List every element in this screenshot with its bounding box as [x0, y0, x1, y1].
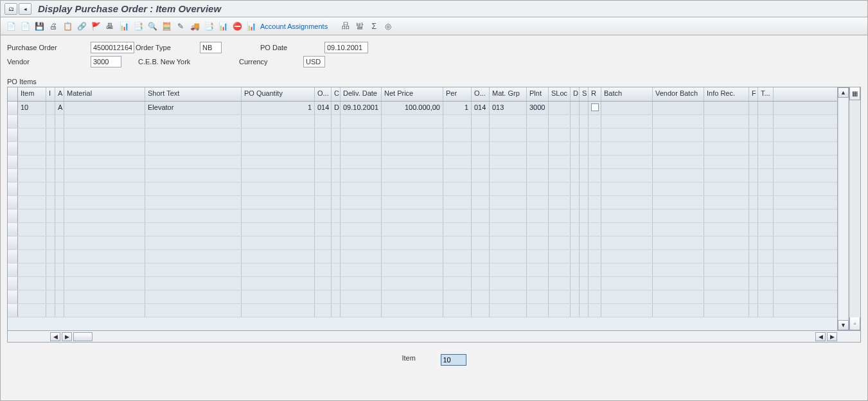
cell-sloc[interactable] [549, 196, 571, 209]
cell-per[interactable] [443, 277, 472, 290]
cell-r[interactable] [589, 223, 601, 236]
cell-deliv[interactable] [341, 290, 382, 303]
table-row[interactable] [8, 183, 837, 196]
cell-opu[interactable]: 014 [472, 102, 490, 114]
cell-r[interactable] [589, 156, 601, 168]
cell-short_text[interactable] [145, 236, 242, 249]
cell-short_text[interactable] [145, 142, 242, 155]
row-selector[interactable] [8, 102, 18, 114]
tb-extra-b-icon[interactable]: 발 [353, 20, 366, 33]
cell-sloc[interactable] [549, 129, 571, 141]
cell-mgrp[interactable]: 013 [490, 102, 527, 114]
cell-per[interactable] [443, 304, 472, 317]
cell-po_qty[interactable] [242, 115, 315, 128]
cell-batch[interactable] [601, 277, 653, 290]
cell-oun[interactable] [315, 209, 332, 222]
cell-item[interactable] [18, 142, 46, 155]
cell-a[interactable]: A [55, 102, 64, 114]
cell-d[interactable] [571, 142, 580, 155]
cell-info[interactable] [704, 236, 749, 249]
cell-net[interactable]: 100.000,00 [382, 102, 443, 114]
cell-mgrp[interactable] [490, 142, 527, 155]
cell-r[interactable] [589, 209, 601, 222]
row-selector[interactable] [8, 183, 18, 195]
cell-batch[interactable] [601, 209, 653, 222]
cell-oun[interactable] [315, 129, 332, 141]
col-material-group[interactable]: Mat. Grp [490, 87, 527, 101]
cell-d[interactable] [571, 290, 580, 303]
cell-material[interactable] [64, 223, 145, 236]
cell-a[interactable] [55, 304, 64, 317]
cell-deliv[interactable] [341, 156, 382, 168]
cell-plnt[interactable] [527, 115, 549, 128]
cell-per[interactable] [443, 236, 472, 249]
scroll-left-end-icon[interactable]: ◀ [815, 332, 826, 341]
cell-plnt[interactable] [527, 250, 549, 263]
cell-vbatch[interactable] [653, 250, 704, 263]
cell-f[interactable] [749, 236, 758, 249]
scroll-left-icon[interactable]: ◀ [50, 332, 60, 341]
cell-sloc[interactable] [549, 169, 571, 182]
cell-item[interactable] [18, 209, 46, 222]
row-selector[interactable] [8, 236, 18, 249]
scroll-thumb[interactable] [73, 332, 93, 341]
cell-short_text[interactable] [145, 115, 242, 128]
cell-r[interactable] [589, 142, 601, 155]
cell-mgrp[interactable] [490, 156, 527, 168]
tb-edit-icon[interactable]: ✎ [174, 20, 187, 33]
cell-c[interactable] [332, 142, 341, 155]
cell-f[interactable] [749, 156, 758, 168]
cell-deliv[interactable] [341, 223, 382, 236]
cell-c[interactable] [332, 156, 341, 168]
cell-t[interactable] [758, 250, 774, 263]
cell-po_qty[interactable] [242, 304, 315, 317]
cell-opu[interactable] [472, 223, 490, 236]
cell-t[interactable] [758, 129, 774, 141]
cell-i[interactable] [46, 304, 55, 317]
cell-oun[interactable] [315, 115, 332, 128]
cell-r[interactable] [589, 236, 601, 249]
cell-a[interactable] [55, 169, 64, 182]
cell-per[interactable] [443, 129, 472, 141]
cell-deliv[interactable] [341, 263, 382, 276]
tb-search-icon[interactable]: 🔍 [146, 20, 159, 33]
col-vendor-batch[interactable]: Vendor Batch [653, 87, 704, 101]
cell-material[interactable] [64, 169, 145, 182]
cell-c[interactable] [332, 169, 341, 182]
cell-opu[interactable] [472, 304, 490, 317]
cell-vbatch[interactable] [653, 304, 704, 317]
scroll-up-icon[interactable]: ▲ [838, 87, 849, 98]
cell-net[interactable] [382, 290, 443, 303]
order-type-field[interactable] [200, 42, 222, 53]
cell-net[interactable] [382, 250, 443, 263]
tb-extra-c-icon[interactable]: ◎ [382, 20, 394, 33]
tb-save-icon[interactable]: 💾 [33, 20, 46, 33]
cell-vbatch[interactable] [653, 183, 704, 195]
grid-vertical-scrollbar[interactable]: ▲ ▼ [837, 87, 849, 330]
col-item[interactable]: Item [18, 87, 46, 101]
cell-plnt[interactable] [527, 156, 549, 168]
cell-s[interactable] [580, 156, 589, 168]
cell-deliv[interactable]: 09.10.2001 [341, 102, 382, 114]
cell-s[interactable] [580, 236, 589, 249]
cell-item[interactable] [18, 250, 46, 263]
cell-po_qty[interactable] [242, 196, 315, 209]
cell-vbatch[interactable] [653, 156, 704, 168]
row-selector[interactable] [8, 142, 18, 155]
cell-opu[interactable] [472, 169, 490, 182]
cell-s[interactable] [580, 169, 589, 182]
cell-material[interactable] [64, 250, 145, 263]
cell-oun[interactable] [315, 263, 332, 276]
cell-i[interactable] [46, 236, 55, 249]
cell-t[interactable] [758, 102, 774, 114]
cell-deliv[interactable] [341, 183, 382, 195]
cell-sloc[interactable] [549, 183, 571, 195]
scroll-right-end-icon[interactable]: ▶ [827, 332, 837, 341]
cell-f[interactable] [749, 196, 758, 209]
tb-extra-a-icon[interactable]: 品 [339, 20, 352, 33]
cell-po_qty[interactable] [242, 183, 315, 195]
cell-material[interactable] [64, 102, 145, 114]
cell-mgrp[interactable] [490, 129, 527, 141]
cell-i[interactable] [46, 263, 55, 276]
cell-i[interactable] [46, 277, 55, 290]
